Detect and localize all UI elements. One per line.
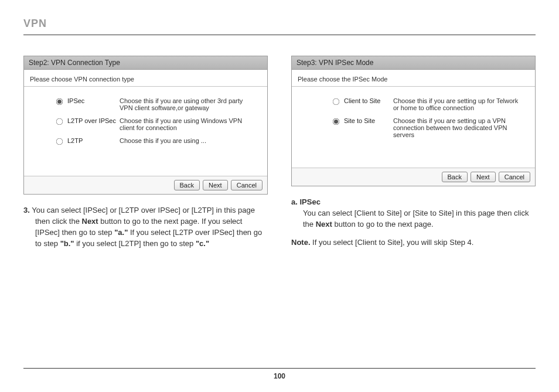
radio-l2tp[interactable] (56, 138, 63, 145)
text-bold: Next (82, 217, 98, 226)
page-number: 100 (23, 372, 536, 380)
text-bold: "a." (114, 228, 128, 237)
text: if you select [L2TP] then go to step (74, 239, 196, 248)
text-bold: Next (316, 220, 332, 229)
option-row-l2tp-ipsec: L2TP over IPSec Choose this if you are u… (32, 117, 259, 131)
option-desc: Choose this if you are setting up a VPN … (393, 117, 527, 138)
right-body-text: a. IPSec You can select [Client to Site]… (291, 197, 536, 248)
option-label: Site to Site (340, 117, 393, 124)
cancel-button[interactable]: Cancel (231, 180, 263, 190)
note-text: If you select [Client to Site], you will… (311, 238, 474, 247)
back-button[interactable]: Back (174, 180, 200, 190)
step3-subtitle: Please choose the IPSec Mode (292, 70, 535, 87)
cancel-button[interactable]: Cancel (499, 172, 530, 182)
next-button[interactable]: Next (203, 180, 228, 190)
page-footer: 100 (23, 368, 536, 380)
back-button[interactable]: Back (442, 172, 468, 182)
radio-client-to-site[interactable] (333, 98, 340, 105)
two-column-layout: Step2: VPN Connection Type Please choose… (23, 56, 536, 256)
option-row-site-to-site: Site to Site Choose this if you are sett… (300, 117, 527, 138)
next-button[interactable]: Next (471, 172, 496, 182)
note-label: Note. (291, 238, 311, 247)
option-desc: Choose this if you are using other 3rd p… (120, 97, 259, 111)
step3-title: Step3: VPN IPSec Mode (292, 56, 535, 70)
page-title: VPN (23, 18, 536, 30)
radio-l2tp-over-ipsec[interactable] (56, 118, 63, 125)
option-row-ipsec: IPSec Choose this if you are using other… (32, 97, 259, 111)
option-row-client-to-site: Client to Site Choose this if you are se… (300, 97, 527, 111)
radio-site-to-site[interactable] (333, 118, 340, 125)
text-bold: "c." (196, 239, 209, 248)
right-column: Step3: VPN IPSec Mode Please choose the … (291, 56, 536, 256)
text-bold: "b." (60, 239, 74, 248)
option-row-l2tp: L2TP Choose this if you are using ... (32, 137, 259, 146)
step3-footer: Back Next Cancel (292, 168, 535, 186)
option-desc: Choose this if you are using ... (120, 137, 259, 144)
option-label: Client to Site (340, 97, 393, 104)
header-divider (23, 35, 536, 35)
option-desc: Choose this if you are setting up for Te… (393, 97, 527, 111)
step3-panel: Step3: VPN IPSec Mode Please choose the … (291, 56, 536, 186)
step2-title: Step2: VPN Connection Type (24, 56, 267, 70)
left-column: Step2: VPN Connection Type Please choose… (23, 56, 268, 256)
option-label: IPSec (64, 97, 120, 104)
step2-subtitle: Please choose VPN connection type (24, 70, 267, 87)
option-label: L2TP (64, 137, 120, 144)
option-desc: Choose this if you are using Windows VPN… (120, 117, 259, 131)
option-label: L2TP over IPSec (64, 117, 120, 124)
footer-divider (23, 368, 536, 369)
step3-body: Client to Site Choose this if you are se… (292, 87, 535, 168)
step2-footer: Back Next Cancel (24, 176, 267, 194)
text: button to go to the next page. (332, 220, 434, 229)
step2-body: IPSec Choose this if you are using other… (24, 87, 267, 176)
step2-panel: Step2: VPN Connection Type Please choose… (23, 56, 268, 195)
step-number: 3. (23, 206, 30, 214)
left-body-text: 3. You can select [IPSec] or [L2TP over … (23, 205, 268, 249)
subsection-heading: a. IPSec (291, 197, 321, 206)
radio-ipsec[interactable] (56, 98, 63, 105)
